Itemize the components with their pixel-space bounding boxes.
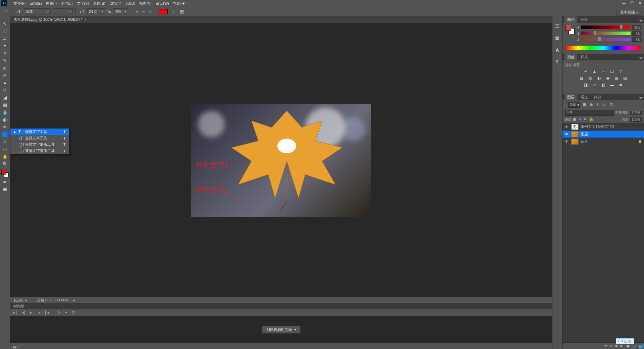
blue-slider[interactable]: B88: [577, 37, 641, 42]
adjustments-tab[interactable]: 调整: [565, 54, 577, 60]
transition-icon[interactable]: ◫: [72, 310, 75, 315]
invert-icon[interactable]: ◨: [583, 82, 589, 88]
crop-tool[interactable]: ⌗: [2, 50, 8, 56]
color-spectrum[interactable]: [565, 46, 641, 50]
go-to-last-frame-button[interactable]: │◂: [45, 310, 49, 315]
antialias-select[interactable]: 浑厚: [113, 8, 128, 14]
canvas-text-2[interactable]: 举例文字2: [195, 185, 228, 195]
create-video-timeline-button[interactable]: 创建视频时间轴: [262, 326, 301, 334]
threshold-icon[interactable]: ◧: [601, 82, 606, 88]
stamp-tool[interactable]: ▲: [2, 80, 8, 86]
timeline-convert-icon[interactable]: ⤺: [18, 344, 21, 348]
menu-file[interactable]: 文件(F): [11, 1, 28, 6]
menu-help[interactable]: 帮助(H): [171, 1, 187, 6]
lasso-tool[interactable]: ⊃: [2, 36, 8, 41]
filter-smart-icon[interactable]: ◫: [610, 102, 614, 107]
move-tool[interactable]: ↖: [2, 21, 8, 27]
minimize-button[interactable]: —: [620, 0, 628, 6]
image-canvas[interactable]: 举例文字1 举例文字2: [191, 104, 371, 217]
brush-tool[interactable]: ✐: [2, 72, 8, 78]
toggle-panels-button[interactable]: ▤: [178, 8, 185, 15]
character-panel-icon[interactable]: A: [554, 47, 560, 53]
marquee-tool[interactable]: ⬚: [2, 28, 8, 34]
vertical-type-mask-tool-item[interactable]: ⬚↓ 直排文字蒙版工具 T: [10, 148, 69, 154]
filter-pixel-icon[interactable]: ▦: [583, 102, 588, 107]
swatches-panel-icon[interactable]: ▦: [554, 35, 560, 41]
close-tab-icon[interactable]: ×: [84, 17, 86, 21]
arrow-icon[interactable]: ▸: [73, 298, 75, 302]
menu-filter[interactable]: 滤镜(T): [107, 1, 123, 6]
color-lookup-icon[interactable]: ▤: [623, 76, 628, 81]
warp-text-button[interactable]: ⌇: [170, 8, 176, 15]
path-selection-tool[interactable]: ↗: [2, 139, 8, 145]
align-center-button[interactable]: ≡: [141, 8, 147, 14]
menu-type[interactable]: 文字(Y): [75, 1, 91, 6]
color-tab[interactable]: 颜色: [565, 16, 577, 23]
layer-thumbnail[interactable]: [571, 124, 579, 130]
menu-select[interactable]: 选择(S): [91, 1, 107, 6]
selective-color-icon[interactable]: ◙: [618, 82, 624, 88]
pen-tool[interactable]: ✒: [2, 124, 8, 130]
next-frame-button[interactable]: │▸: [36, 310, 41, 315]
font-style-select[interactable]: -: [53, 8, 73, 14]
mute-button[interactable]: ✕: [58, 310, 61, 315]
red-slider[interactable]: R202: [577, 25, 641, 30]
menu-edit[interactable]: 编辑(E): [28, 1, 44, 6]
maximize-button[interactable]: ❐: [628, 0, 636, 6]
visibility-icon[interactable]: 👁: [565, 139, 569, 144]
menu-image[interactable]: 图像(I): [44, 1, 59, 6]
menu-window[interactable]: 窗口(W): [154, 1, 171, 6]
layer-item-text[interactable]: 👁 举例文字1举例文字2: [562, 123, 644, 131]
zoom-value[interactable]: 100%: [13, 298, 23, 302]
go-to-first-frame-button[interactable]: ▸│: [13, 310, 18, 315]
gradient-tool[interactable]: ▦: [2, 102, 8, 108]
curves-icon[interactable]: ⌢: [601, 69, 606, 74]
filter-shape-icon[interactable]: ▭: [603, 102, 608, 107]
levels-icon[interactable]: ▲: [592, 69, 597, 74]
channel-mixer-icon[interactable]: ⊞: [614, 76, 619, 81]
lock-position-icon[interactable]: ✥: [584, 117, 588, 122]
color-balance-icon[interactable]: ⚖: [588, 76, 593, 81]
hue-sat-icon[interactable]: ▦: [579, 76, 584, 81]
layers-tab[interactable]: 图层: [565, 94, 577, 100]
dodge-tool[interactable]: ◐: [2, 117, 8, 122]
lock-all-icon[interactable]: 🔒: [589, 117, 594, 122]
paragraph-panel-icon[interactable]: ¶: [554, 59, 560, 65]
menu-view[interactable]: 视图(V): [137, 1, 154, 6]
paths-tab[interactable]: 路径: [591, 94, 604, 100]
font-family-select[interactable]: 宋体: [24, 8, 51, 14]
magic-wand-tool[interactable]: ✦: [2, 43, 8, 49]
visibility-icon[interactable]: 👁: [565, 132, 569, 137]
document-tab[interactable]: 图片素材1.png @ 100% (图层 1, RGB/8) *×: [10, 17, 90, 22]
eraser-tool[interactable]: ◢: [2, 95, 8, 100]
photo-filter-icon[interactable]: ◉: [605, 76, 610, 81]
align-right-button[interactable]: ≡: [147, 8, 153, 14]
green-slider[interactable]: G66: [577, 31, 641, 36]
vertical-type-tool-item[interactable]: ↓T 直排文字工具 T: [10, 135, 69, 141]
layer-thumbnail[interactable]: [571, 131, 579, 137]
panel-menu-icon[interactable]: ▾≡: [639, 96, 644, 100]
panel-menu-icon[interactable]: ▾≡: [639, 56, 644, 60]
text-color-swatch[interactable]: [159, 9, 168, 14]
workspace-switcher[interactable]: 基本功能: [616, 9, 642, 16]
swatches-tab[interactable]: 色板: [578, 16, 591, 23]
orientation-toggle[interactable]: ↕T: [15, 8, 22, 15]
blur-tool[interactable]: 💧: [2, 109, 8, 115]
lock-image-icon[interactable]: ✎: [578, 117, 583, 122]
rectangle-tool[interactable]: ▭: [2, 146, 8, 152]
filter-type-icon[interactable]: T: [596, 102, 601, 107]
panel-menu-icon[interactable]: ▾≡: [639, 18, 644, 23]
layer-thumbnail[interactable]: [571, 139, 579, 145]
healing-brush-tool[interactable]: ⊘: [2, 65, 8, 71]
fill-input[interactable]: 100%: [630, 117, 642, 122]
align-left-button[interactable]: ≡: [134, 8, 140, 14]
posterize-icon[interactable]: ▭: [592, 82, 597, 88]
color-preview[interactable]: [565, 25, 574, 35]
doc-size-label[interactable]: 文档:867.5K/3.60M: [37, 298, 68, 303]
hand-tool[interactable]: ✋: [2, 154, 8, 159]
play-button[interactable]: ▸: [30, 310, 32, 315]
filter-adjust-icon[interactable]: ◉: [590, 102, 594, 107]
visibility-icon[interactable]: 👁: [565, 124, 569, 129]
layer-style-icon[interactable]: fx: [610, 344, 613, 348]
blend-mode-select[interactable]: 正常: [565, 110, 614, 116]
